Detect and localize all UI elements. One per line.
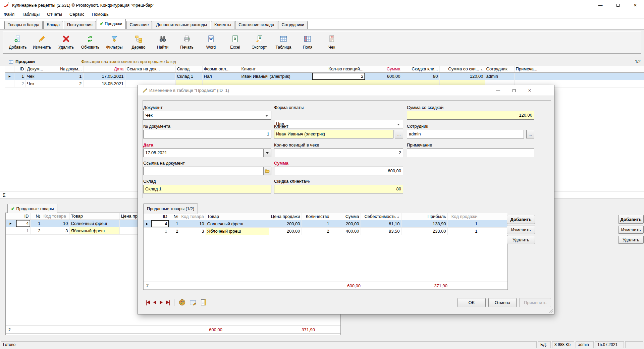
col-date[interactable]: Дата <box>83 66 125 72</box>
doc-link-input[interactable] <box>143 167 263 175</box>
col-document[interactable]: Докум... <box>25 66 53 72</box>
sum-input[interactable]: 600,00 <box>274 167 403 175</box>
col-price[interactable]: Цена продажи <box>269 213 302 220</box>
sales-row-selected[interactable]: ► 1 Чек 1 17.05.2021 Склад 1 Нал Иван Ив… <box>5 72 644 80</box>
close-button[interactable]: ✕ <box>627 0 644 10</box>
toolbar-tree-button[interactable]: Дерево <box>126 32 151 52</box>
dialog-sold-row-selected[interactable]: ► 4 1 10 Солнечный фреш 200,00 1 200,00 … <box>144 220 507 227</box>
menu-file[interactable]: Файл <box>0 11 18 18</box>
employee-input[interactable]: admin <box>407 130 524 138</box>
bg-edit-button[interactable]: Изменить <box>618 226 644 234</box>
tab-extra-expenses[interactable]: Дополнительные расходы <box>153 21 210 29</box>
nav-first-button[interactable] <box>146 300 150 305</box>
nav-prev-button[interactable] <box>153 300 156 305</box>
bg-delete-button[interactable]: Удалить <box>618 236 644 244</box>
dialog-edit-button[interactable]: Изменить <box>507 226 535 234</box>
cancel-button[interactable]: Отмена <box>488 298 517 307</box>
col-note[interactable]: Примеча... <box>514 66 550 72</box>
discount-input[interactable]: 80 <box>274 185 403 193</box>
payment-select[interactable]: Нал <box>274 120 403 128</box>
dialog-sold-goods-tab[interactable]: Проданные товары (1/2) <box>143 203 198 214</box>
tab-clients[interactable]: Клиенты <box>211 21 234 29</box>
date-dropdown-button[interactable] <box>263 149 271 157</box>
col-id[interactable]: ID <box>151 213 169 220</box>
positions-input[interactable]: 2 <box>274 149 403 157</box>
browse-file-button[interactable] <box>263 167 271 175</box>
dialog-minimize-button[interactable]: — <box>493 87 503 94</box>
dialog-close-button[interactable]: ✕ <box>525 87 535 94</box>
col-sum[interactable]: Сумма <box>365 66 402 72</box>
focused-cell[interactable]: 2 <box>312 72 365 80</box>
col-discount[interactable]: Скидка кли... <box>402 66 439 72</box>
col-doc-number[interactable]: № докум... <box>53 66 83 72</box>
toolbar-refresh-button[interactable]: Обновить <box>78 32 102 52</box>
col-product-code[interactable]: Код товара <box>180 213 206 220</box>
col-num[interactable]: № <box>169 213 180 220</box>
palette-button[interactable] <box>178 299 186 307</box>
stock-input[interactable]: Склад 1 <box>143 185 271 193</box>
tab-receipts[interactable]: Поступления <box>64 21 96 29</box>
sold-goods-tab[interactable]: ✔ Проданные товары <box>7 204 57 213</box>
tab-goods[interactable]: Товары и блюда <box>4 21 43 29</box>
col-quantity[interactable]: Количество <box>302 213 331 220</box>
focused-cell[interactable]: 4 <box>151 220 169 227</box>
menu-tables[interactable]: Таблицы <box>18 11 43 18</box>
dialog-sold-row[interactable]: 1 2 3 Яблочный фреш 200,00 2 400,00 83,5… <box>144 227 507 235</box>
col-stock[interactable]: Склад <box>175 66 202 72</box>
toolbar-table-button[interactable]: Таблица <box>271 32 296 52</box>
document-select[interactable]: Чек <box>143 111 271 120</box>
col-num[interactable]: № <box>30 213 42 220</box>
tab-employees[interactable]: Сотрудники <box>278 21 308 29</box>
maximize-button[interactable] <box>609 0 627 10</box>
sum-discounted-input[interactable]: 120,00 <box>407 111 534 120</box>
toolbar-excel-button[interactable]: X Excel <box>223 32 247 52</box>
menu-service[interactable]: Сервис <box>66 11 88 18</box>
toolbar-filters-button[interactable]: Фильтры <box>102 32 126 52</box>
toolbar-delete-button[interactable]: Удалить <box>54 32 78 52</box>
col-id[interactable]: ID <box>14 66 25 72</box>
tab-stock-state[interactable]: Состояние склада <box>235 21 277 29</box>
dialog-add-button[interactable]: Добавить <box>507 215 535 224</box>
col-positions[interactable]: Кол-во позиций... <box>312 66 365 72</box>
col-profit[interactable]: Прибыль <box>401 213 447 220</box>
col-client[interactable]: Клиент <box>240 66 312 72</box>
date-input[interactable]: 17.05.2021 <box>143 149 263 157</box>
toolbar-export-button[interactable]: X Экспорт <box>247 32 271 52</box>
col-product-code[interactable]: Код товара <box>42 213 69 220</box>
minimize-button[interactable]: — <box>592 0 609 10</box>
col-sum-discounted[interactable]: Сумма со ски...▲ <box>439 66 485 72</box>
dialog-maximize-button[interactable] <box>509 87 519 94</box>
menu-reports[interactable]: Отчеты <box>43 11 66 18</box>
toolbar-fields-button[interactable]: Поля <box>296 32 320 52</box>
col-doc-link[interactable]: Ссылка на док... <box>125 66 175 72</box>
dialog-delete-button[interactable]: Удалить <box>507 236 535 244</box>
doc-number-input[interactable]: 1 <box>143 130 271 138</box>
nav-next-button[interactable] <box>160 300 163 305</box>
toolbar-edit-button[interactable]: Изменить <box>30 32 54 52</box>
col-cost[interactable]: Себестоимость▲ <box>361 213 401 220</box>
client-input[interactable]: Иван Иваныч (электрик) <box>274 130 393 138</box>
bg-add-button[interactable]: Добавить <box>618 215 644 224</box>
toolbar-receipt-button[interactable]: ЧЕК Чек <box>320 32 344 52</box>
tab-writeoff[interactable]: Списание <box>126 21 152 29</box>
notepad-button[interactable] <box>200 299 207 307</box>
tab-sales[interactable]: ✔Продажи <box>97 19 126 29</box>
form-edit-button[interactable] <box>189 299 197 307</box>
toolbar-find-button[interactable]: Найти <box>151 32 175 52</box>
nav-last-button[interactable] <box>166 300 170 305</box>
note-input[interactable] <box>407 149 534 157</box>
toolbar-word-button[interactable]: W Word <box>199 32 223 52</box>
toolbar-print-button[interactable]: Печать <box>175 32 199 52</box>
tab-dishes[interactable]: Блюда <box>43 21 63 29</box>
apply-button[interactable]: Применить <box>519 298 551 307</box>
col-product[interactable]: Товар <box>69 213 119 220</box>
col-product[interactable]: Товар <box>206 213 269 220</box>
dialog-resize-grip[interactable] <box>549 309 553 313</box>
ok-button[interactable]: OK <box>458 298 486 307</box>
col-employee[interactable]: Сотрудник <box>485 66 514 72</box>
col-sum[interactable]: Сумма <box>331 213 361 220</box>
menu-help[interactable]: Помощь <box>88 11 112 18</box>
toolbar-add-button[interactable]: Добавить <box>6 32 30 52</box>
col-sale-code[interactable]: Код продажи <box>447 213 479 220</box>
focused-cell[interactable]: 4 <box>16 220 30 227</box>
